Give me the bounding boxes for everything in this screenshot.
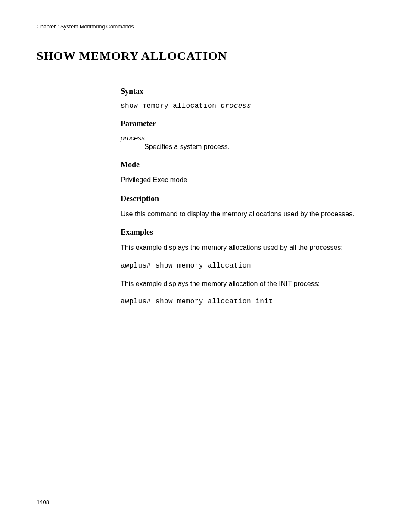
parameter-description: Specifies a system process. xyxy=(144,143,362,151)
page-container: Chapter : System Monitoring Commands SHO… xyxy=(0,0,411,532)
example-intro-2: This example displays the memory allocat… xyxy=(121,279,362,289)
mode-text: Privileged Exec mode xyxy=(121,175,362,185)
parameter-heading: Parameter xyxy=(121,119,362,128)
page-title: SHOW MEMORY ALLOCATION xyxy=(37,49,374,65)
example-command-1: awplus# show memory allocation xyxy=(121,262,362,270)
description-heading: Description xyxy=(121,194,362,203)
content-area: Syntax show memory allocation process Pa… xyxy=(121,87,362,305)
syntax-command-text: show memory allocation xyxy=(121,102,221,110)
example-command-2: awplus# show memory allocation init xyxy=(121,298,362,305)
examples-heading: Examples xyxy=(121,228,362,237)
chapter-header: Chapter : System Monitoring Commands xyxy=(37,24,374,30)
syntax-command-arg: process xyxy=(221,102,251,110)
example-intro-1: This example displays the memory allocat… xyxy=(121,243,362,252)
description-text: Use this command to display the memory a… xyxy=(121,209,362,219)
syntax-command: show memory allocation process xyxy=(121,102,362,110)
mode-heading: Mode xyxy=(121,160,362,169)
page-number: 1408 xyxy=(37,499,49,505)
syntax-heading: Syntax xyxy=(121,87,362,96)
parameter-term: process xyxy=(121,134,362,142)
